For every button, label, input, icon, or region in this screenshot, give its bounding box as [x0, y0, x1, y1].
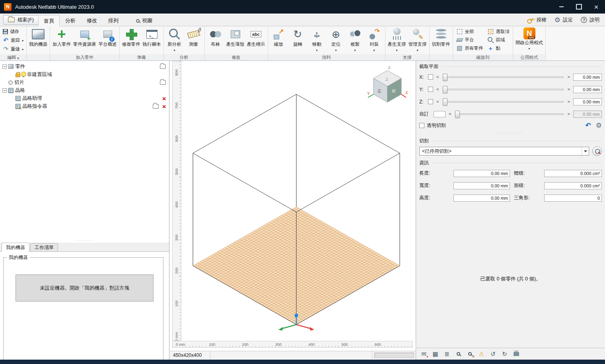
platform-overview-button[interactable]: 平台概述: [97, 27, 118, 54]
slider-right-arrow[interactable]: [567, 87, 571, 92]
tab-job-list[interactable]: 工作清單: [30, 243, 58, 251]
visibility-icon[interactable]: [21, 72, 25, 77]
slider-left-arrow[interactable]: [448, 111, 452, 117]
cut-mode-dropdown[interactable]: <已停用切割>: [419, 147, 589, 156]
zoom-point-button[interactable]: 點: [486, 45, 511, 52]
measure-button[interactable]: 測量β: [184, 27, 203, 54]
clip-enable-checkbox[interactable]: [428, 74, 433, 80]
open-folder-icon[interactable]: [153, 104, 159, 109]
clip-enable-checkbox[interactable]: [428, 99, 433, 104]
part-check-button[interactable]: ?: [465, 349, 475, 359]
panel-splitter[interactable]: [0, 239, 169, 243]
generate-shell-button[interactable]: 產生薄殼: [225, 27, 246, 54]
tree-row-lattice[interactable]: 晶格: [0, 86, 169, 94]
clipping-settings-button[interactable]: [596, 121, 602, 130]
close-button[interactable]: [587, 0, 605, 14]
zoom-region-button[interactable]: 區域: [486, 37, 511, 43]
rotate-button[interactable]: 旋轉: [288, 27, 307, 54]
run-script-button[interactable]: 執行腳本: [142, 27, 162, 54]
navigation-cube[interactable]: 上 左 前 Y X Z: [367, 66, 408, 102]
repair-part-button[interactable]: 修復零件: [121, 27, 142, 54]
slider-thumb[interactable]: [443, 86, 447, 93]
slider-right-arrow[interactable]: [567, 74, 571, 80]
position-button[interactable]: 定位: [327, 27, 346, 54]
zoom-all-parts-button[interactable]: 所有零件: [455, 45, 484, 52]
open-utility-button[interactable]: 開啟公用程式: [514, 27, 544, 54]
reset-clipping-button[interactable]: [586, 121, 591, 130]
printer-button[interactable]: [511, 349, 521, 359]
collapse-toggle[interactable]: [2, 64, 7, 69]
lattice-tool-button[interactable]: ▦: [430, 349, 441, 359]
settings-button[interactable]: 設定: [554, 16, 573, 24]
tab-arrange[interactable]: 排列: [103, 15, 124, 26]
file-menu-button[interactable]: 檔案(F): [3, 15, 39, 25]
manage-support-button[interactable]: 管理支撐: [407, 27, 428, 54]
generate-label-button[interactable]: 產生標示: [246, 27, 267, 54]
zoom-selection-button[interactable]: 選取項: [486, 29, 511, 35]
message-add-button[interactable]: ✉+: [418, 349, 429, 359]
tab-view[interactable]: 視圖: [130, 15, 158, 26]
help-button[interactable]: 說明: [581, 17, 599, 23]
undo-history-button[interactable]: ↺: [488, 349, 498, 359]
tab-analysis[interactable]: 分析: [60, 15, 81, 26]
slider-left-arrow[interactable]: [436, 99, 440, 104]
delete-icon[interactable]: ×: [162, 103, 166, 109]
custom-plane-slider[interactable]: [455, 113, 564, 115]
no-machine-message[interactable]: 未設定機器。開啟「我的機器」對話方塊: [16, 274, 154, 302]
add-part-button[interactable]: 加入零件: [51, 27, 72, 54]
open-folder-icon[interactable]: [160, 64, 166, 69]
viewport[interactable]: 8007006005004003002001000 mm 上 左: [170, 61, 416, 360]
pack-button[interactable]: 封裝: [365, 27, 384, 54]
redo-history-button[interactable]: ↻: [499, 349, 510, 359]
zoom-platform-button[interactable]: 平台: [455, 37, 484, 43]
transparent-cut-checkbox[interactable]: [419, 123, 424, 128]
generate-support-button[interactable]: 產生支撐: [387, 27, 407, 54]
ribbon-group-label-edit[interactable]: 編輯: [0, 54, 26, 61]
warning-list-button[interactable]: ⚠: [476, 349, 487, 359]
tree-row-lattice-commander[interactable]: 晶格指令器×: [0, 102, 169, 110]
delete-icon[interactable]: ×: [162, 95, 166, 101]
scale-button[interactable]: 縮放: [269, 27, 288, 54]
minimize-button[interactable]: [552, 0, 570, 14]
slider-left-arrow[interactable]: [436, 74, 440, 80]
slider-right-arrow[interactable]: [567, 99, 571, 104]
clip-plane-slider[interactable]: [443, 89, 564, 90]
slider-left-arrow[interactable]: [436, 87, 440, 92]
cut-preview-button[interactable]: [592, 146, 602, 156]
tree-row-no-build-zone[interactable]: 非建置區域: [0, 70, 169, 78]
slider-thumb[interactable]: [455, 111, 460, 118]
clip-enable-checkbox[interactable]: [428, 87, 433, 92]
slider-right-arrow[interactable]: [567, 111, 571, 117]
slider-thumb[interactable]: [443, 74, 447, 81]
save-button[interactable]: 儲存: [2, 27, 25, 35]
info-value: 0.00 mm: [453, 195, 510, 202]
tab-home[interactable]: 首頁: [38, 15, 60, 26]
maximize-button[interactable]: [570, 0, 587, 14]
slider-thumb[interactable]: [443, 98, 447, 106]
custom-plane-input[interactable]: [434, 111, 445, 117]
license-button[interactable]: 授權: [527, 17, 547, 23]
move-button[interactable]: 移動: [307, 27, 327, 54]
tree-row-slices[interactable]: 切片: [0, 78, 169, 86]
section-divider[interactable]: [416, 130, 605, 135]
tree-row-lattice-assistant[interactable]: 晶格助理×: [0, 94, 169, 102]
boolean-button[interactable]: 布林: [206, 27, 225, 54]
clip-plane-slider[interactable]: [443, 101, 564, 103]
zoom-tool-button[interactable]: [453, 349, 464, 359]
open-folder-icon[interactable]: [160, 80, 166, 85]
redo-button[interactable]: 重做: [2, 45, 25, 53]
tree-row-parts[interactable]: 零件: [0, 62, 169, 70]
clip-plane-slider[interactable]: [443, 76, 564, 78]
my-machines-button[interactable]: 我的機器: [28, 27, 49, 54]
duplicate-button[interactable]: 複製: [346, 27, 365, 54]
part-library-button[interactable]: 零件資源庫: [72, 27, 97, 54]
tab-modify[interactable]: 修改: [81, 15, 103, 26]
tab-my-machines[interactable]: 我的機器: [2, 243, 29, 252]
collapse-toggle[interactable]: [2, 88, 7, 93]
zoom-all-button[interactable]: 全部: [455, 29, 484, 35]
slice-stack-button[interactable]: ≣: [442, 349, 452, 359]
slice-parts-button[interactable]: 切割零件: [431, 27, 451, 54]
new-analysis-button[interactable]: 新分析: [165, 27, 184, 54]
undo-button[interactable]: 退回: [2, 36, 25, 44]
scene-3d[interactable]: 上 左 前 Y X Z: [182, 61, 415, 341]
